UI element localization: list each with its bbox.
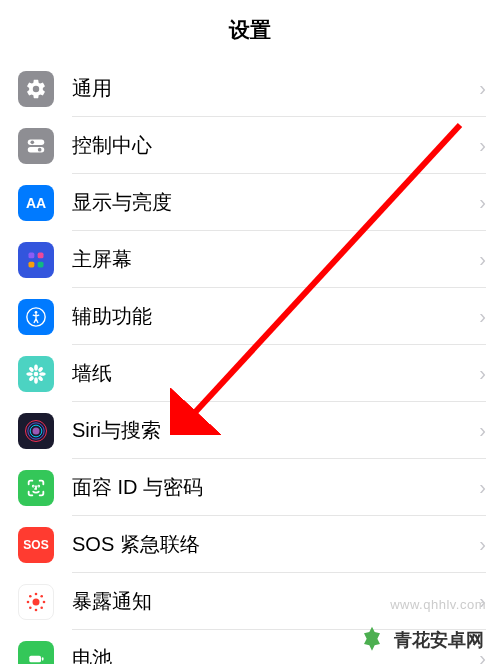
chevron-right-icon: › [479, 134, 486, 157]
svg-rect-1 [28, 146, 45, 152]
svg-point-30 [29, 595, 32, 598]
watermark-brand: 青花安卓网 [394, 628, 484, 652]
svg-point-24 [38, 485, 39, 486]
faceid-icon [18, 470, 54, 506]
svg-point-9 [35, 311, 38, 314]
gear-icon [18, 71, 54, 107]
settings-item-wallpaper[interactable]: 墙纸 › [0, 345, 500, 402]
svg-point-28 [27, 600, 30, 603]
chevron-right-icon: › [479, 77, 486, 100]
sos-icon: SOS [18, 527, 54, 563]
header: 设置 [0, 0, 500, 60]
svg-point-32 [40, 595, 43, 598]
item-label: 控制中心 [72, 132, 152, 159]
settings-list: 通用 › 控制中心 › AA 显示与亮度 › 主屏幕 › [0, 60, 500, 664]
accessibility-icon [18, 299, 54, 335]
chevron-right-icon: › [479, 362, 486, 385]
chevron-right-icon: › [479, 419, 486, 442]
settings-item-siri[interactable]: Siri与搜索 › [0, 402, 500, 459]
item-label: Siri与搜索 [72, 417, 161, 444]
svg-point-29 [43, 600, 46, 603]
svg-point-10 [34, 371, 39, 376]
grid-icon [18, 242, 54, 278]
watermark-logo: 青花安卓网 [356, 624, 484, 656]
settings-item-display[interactable]: AA 显示与亮度 › [0, 174, 500, 231]
settings-item-sos[interactable]: SOS SOS 紧急联络 › [0, 516, 500, 573]
settings-item-home-screen[interactable]: 主屏幕 › [0, 231, 500, 288]
item-label: 通用 [72, 75, 112, 102]
svg-point-11 [34, 364, 38, 370]
svg-point-33 [29, 606, 32, 609]
svg-rect-0 [28, 139, 45, 145]
flower-icon [18, 356, 54, 392]
svg-point-16 [37, 375, 43, 381]
svg-rect-6 [29, 261, 35, 267]
svg-point-2 [31, 140, 35, 144]
svg-point-15 [28, 366, 34, 372]
svg-point-26 [35, 592, 38, 595]
item-label: 墙纸 [72, 360, 112, 387]
item-label: 电池 [72, 645, 112, 665]
svg-point-17 [37, 366, 43, 372]
siri-icon [18, 413, 54, 449]
chevron-right-icon: › [479, 305, 486, 328]
watermark-url: www.qhhlv.com [390, 597, 486, 612]
item-label: 显示与亮度 [72, 189, 172, 216]
exposure-icon [18, 584, 54, 620]
chevron-right-icon: › [479, 533, 486, 556]
settings-item-faceid[interactable]: 面容 ID 与密码 › [0, 459, 500, 516]
item-label: 主屏幕 [72, 246, 132, 273]
svg-point-23 [33, 485, 34, 486]
svg-point-27 [35, 608, 38, 611]
settings-item-accessibility[interactable]: 辅助功能 › [0, 288, 500, 345]
svg-rect-4 [29, 252, 35, 258]
battery-icon [18, 641, 54, 665]
chevron-right-icon: › [479, 191, 486, 214]
toggles-icon [18, 128, 54, 164]
svg-point-14 [39, 372, 45, 376]
svg-point-25 [33, 598, 40, 605]
settings-item-general[interactable]: 通用 › [0, 60, 500, 117]
settings-item-control-center[interactable]: 控制中心 › [0, 117, 500, 174]
text-size-icon: AA [18, 185, 54, 221]
svg-point-18 [28, 375, 34, 381]
svg-point-12 [34, 377, 38, 383]
svg-rect-7 [38, 261, 44, 267]
svg-point-22 [33, 427, 40, 434]
svg-point-3 [38, 147, 42, 151]
svg-rect-35 [42, 657, 44, 660]
svg-point-13 [26, 372, 32, 376]
page-title: 设置 [229, 16, 271, 44]
item-label: 暴露通知 [72, 588, 152, 615]
chevron-right-icon: › [479, 476, 486, 499]
chevron-right-icon: › [479, 248, 486, 271]
svg-point-31 [40, 606, 43, 609]
item-label: SOS 紧急联络 [72, 531, 200, 558]
svg-rect-5 [38, 252, 44, 258]
svg-rect-34 [29, 655, 41, 662]
item-label: 面容 ID 与密码 [72, 474, 203, 501]
item-label: 辅助功能 [72, 303, 152, 330]
